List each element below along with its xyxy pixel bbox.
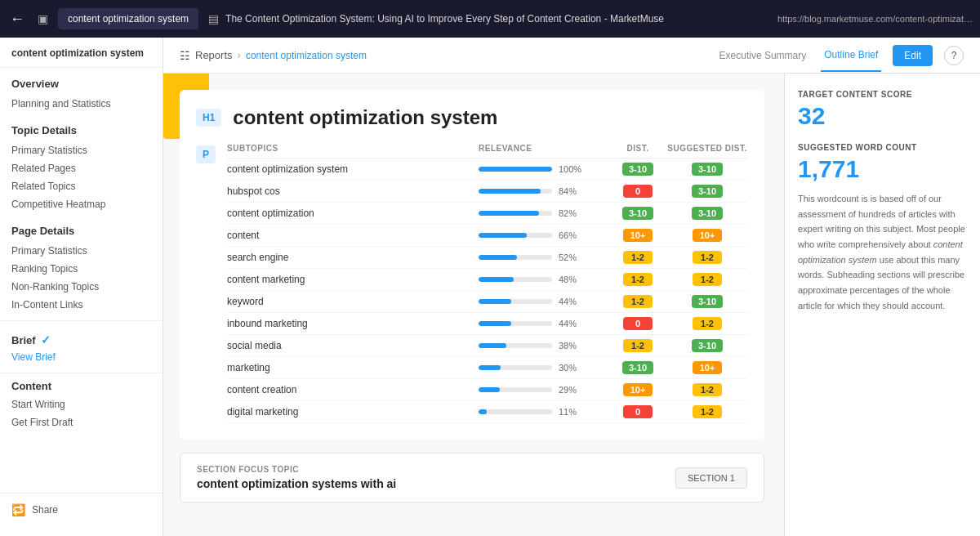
suggested-cell: 1-2 [666,317,748,330]
suggested-cell: 3-10 [666,339,748,352]
sidebar-item-primary-stats-td[interactable]: Primary Statistics [0,141,163,159]
table-row: digital marketing 11% 0 1-2 [227,401,748,423]
dist-cell: 3-10 [609,207,666,220]
relevance-cell: 100% [479,164,609,174]
table-row: inbound marketing 44% 0 1-2 [227,313,748,335]
reports-label[interactable]: Reports [195,49,233,61]
dist-cell: 1-2 [609,273,666,286]
subtopic-label: content marketing [227,274,479,285]
brand-tab[interactable]: content optimization system [58,8,198,29]
brief-check-icon: ✓ [41,333,51,346]
sidebar-item-page-details[interactable]: Page Details [0,220,163,242]
relevance-cell: 44% [479,297,609,306]
tab-executive-summary[interactable]: Executive Summary [716,40,810,71]
section-button[interactable]: SECTION 1 [675,467,747,489]
section-focus-topic: content optimization systems with ai [197,477,396,490]
relevance-cell: 66% [479,230,609,240]
help-button[interactable]: ? [944,46,964,65]
sidebar-brand: content optimization system [0,47,163,68]
brand-label: content optimization system [68,13,189,25]
sidebar-share[interactable]: 🔁 Share [0,493,163,526]
sidebar-item-in-content-links[interactable]: In-Content Links [0,296,163,314]
dist-cell: 3-10 [609,361,666,374]
tab-outline-brief[interactable]: Outline Brief [821,39,881,72]
subtopic-label: marketing [227,362,479,373]
sidebar-item-topic-details[interactable]: Topic Details [0,119,163,141]
subtopic-label: keyword [227,296,479,307]
subtopic-label: inbound marketing [227,318,479,329]
subtopic-label: hubspot cos [227,185,479,197]
sidebar-item-get-first-draft[interactable]: Get First Draft [0,413,163,431]
back-icon[interactable]: ← [7,7,28,31]
dist-cell: 10+ [609,383,666,396]
section-focus-label: SECTION FOCUS TOPIC [197,465,396,474]
page-icon: ▤ [208,12,219,25]
wordcount-label: SUGGESTED WORD COUNT [798,143,967,152]
subtopic-label: search engine [227,252,479,263]
sidebar-item-competitive[interactable]: Competitive Heatmap [0,195,163,213]
target-score-label: TARGET CONTENT SCORE [798,90,967,99]
sidebar-item-related-pages[interactable]: Related Pages [0,159,163,177]
breadcrumb-current: content optimization system [246,50,367,61]
subtopic-label: content optimization [227,208,479,219]
sidebar: content optimization system Overview Pla… [0,38,163,536]
table-row: content optimization 82% 3-10 3-10 [227,203,748,225]
relevance-cell: 84% [479,186,609,196]
suggested-cell: 1-2 [666,273,748,286]
target-score-value: 32 [798,102,967,130]
table-row: content marketing 48% 1-2 1-2 [227,269,748,291]
subtopic-label: content [227,230,479,241]
wordcount-desc: This wordcount is is based off of our as… [798,191,967,314]
sidebar-item-brief: Brief ✓ [0,327,163,350]
share-icon: 🔁 [11,503,25,516]
suggested-cell: 10+ [666,229,748,242]
sidebar-item-non-ranking-topics[interactable]: Non-Ranking Topics [0,278,163,296]
sidebar-item-ranking-topics[interactable]: Ranking Topics [0,260,163,278]
suggested-cell: 10+ [666,361,748,374]
table-row: content optimization system 100% 3-10 3-… [227,159,748,181]
breadcrumb: ☷ Reports › content optimization system [180,49,367,62]
relevance-cell: 38% [479,341,609,351]
dist-cell: 10+ [609,229,666,242]
sidebar-item-overview[interactable]: Overview [0,73,163,95]
section-focus: SECTION FOCUS TOPIC content optimization… [180,453,764,502]
sidebar-item-view-brief[interactable]: View Brief [0,350,163,369]
col-suggested-dist: SUGGESTED DIST. [666,144,748,153]
subtopic-label: digital marketing [227,406,479,418]
sidebar-item-primary-stats-pd[interactable]: Primary Statistics [0,242,163,260]
article-title: content optimization system [233,106,497,129]
page-url: https://blog.marketmuse.com/content-opti… [777,14,973,24]
table-row: marketing 30% 3-10 10+ [227,357,748,379]
relevance-cell: 11% [479,407,609,417]
col-relevance: RELEVANCE [479,144,609,153]
breadcrumb-actions: Executive Summary Outline Brief Edit ? [716,39,964,72]
dist-cell: 3-10 [609,163,666,176]
edit-button[interactable]: Edit [893,45,933,66]
suggested-cell: 3-10 [666,185,748,198]
relevance-cell: 30% [479,363,609,373]
sidebar-item-start-writing[interactable]: Start Writing [0,395,163,413]
dist-cell: 0 [609,317,666,330]
page-title: The Content Optimization System: Using A… [225,13,664,25]
dist-cell: 0 [609,405,666,418]
relevance-cell: 29% [479,385,609,395]
suggested-cell: 3-10 [666,207,748,220]
sidebar-item-planning[interactable]: Planning and Statistics [0,95,163,113]
suggested-cell: 1-2 [666,251,748,264]
tab-icon: ▣ [38,12,48,25]
table-row: hubspot cos 84% 0 3-10 [227,181,748,203]
relevance-cell: 48% [479,275,609,284]
dist-cell: 1-2 [609,295,666,308]
subtopic-label: content optimization system [227,163,479,175]
col-subtopics: SUBTOPICS [227,144,479,153]
relevance-cell: 44% [479,319,609,328]
suggested-cell: 1-2 [666,405,748,418]
p-badge: P [196,145,216,163]
sidebar-item-related-topics[interactable]: Related Topics [0,177,163,195]
suggested-cell: 3-10 [666,295,748,308]
subtopic-label: content creation [227,384,479,395]
breadcrumb-bar: ☷ Reports › content optimization system … [163,38,980,74]
table-row: content 66% 10+ 10+ [227,225,748,247]
relevance-cell: 52% [479,252,609,262]
table-row: content creation 29% 10+ 1-2 [227,379,748,401]
